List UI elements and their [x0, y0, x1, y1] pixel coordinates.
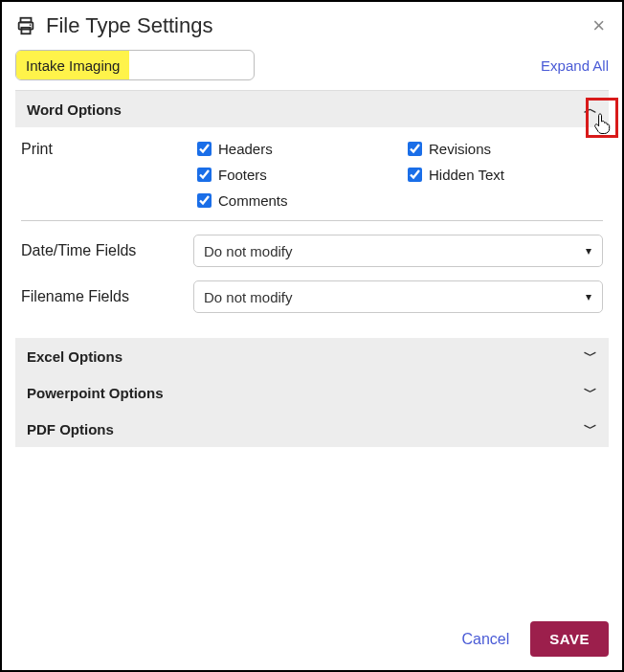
- checkbox-label: Headers: [218, 141, 273, 157]
- chevron-down-icon: ﹀: [584, 420, 597, 437]
- checkbox-headers[interactable]: Headers: [193, 139, 394, 159]
- section-title: Excel Options: [27, 348, 123, 365]
- accordion: Word Options ︿ Print Headers Revisions: [15, 90, 609, 447]
- chevron-down-icon: ﹀: [584, 347, 597, 365]
- checkbox-comments-input[interactable]: [197, 193, 212, 208]
- expand-all-link[interactable]: Expand All: [541, 57, 609, 74]
- checkbox-hidden-text-input[interactable]: [408, 168, 422, 182]
- checkbox-label: Footers: [218, 167, 267, 183]
- date-time-fields-row: Date/Time Fields Do not modify: [21, 235, 603, 267]
- filename-fields-row: Filename Fields Do not modify: [21, 280, 603, 313]
- section-word-options[interactable]: Word Options ︿: [15, 91, 609, 127]
- dialog-footer: Cancel SAVE: [15, 621, 609, 657]
- checkbox-headers-input[interactable]: [197, 142, 212, 156]
- date-time-select-wrap: Do not modify: [193, 235, 603, 267]
- section-excel-options[interactable]: Excel Options ﹀: [15, 338, 609, 374]
- dialog-title: File Type Settings: [46, 13, 212, 38]
- svg-point-3: [30, 24, 32, 26]
- print-row: Print Headers Revisions Footers: [21, 139, 603, 211]
- chevron-up-icon: ︿: [584, 101, 597, 118]
- print-label: Print: [21, 139, 174, 158]
- section-pdf-options[interactable]: PDF Options ﹀: [15, 411, 609, 447]
- section-title: Word Options: [27, 101, 122, 118]
- word-options-panel: Print Headers Revisions Footers: [15, 127, 609, 338]
- section-title: PDF Options: [27, 421, 114, 437]
- checkbox-label: Hidden Text: [429, 167, 504, 183]
- context-input[interactable]: Intake Imaging: [15, 50, 255, 80]
- checkbox-footers[interactable]: Footers: [193, 165, 394, 185]
- print-checkbox-grid: Headers Revisions Footers Hidden Text: [193, 139, 504, 211]
- checkbox-hidden-text[interactable]: Hidden Text: [404, 165, 504, 185]
- file-type-settings-dialog: File Type Settings × Intake Imaging Expa…: [0, 0, 624, 672]
- section-powerpoint-options[interactable]: Powerpoint Options ﹀: [15, 374, 609, 411]
- save-button[interactable]: SAVE: [530, 621, 609, 657]
- checkbox-label: Revisions: [429, 141, 491, 157]
- filename-select[interactable]: Do not modify: [193, 280, 603, 313]
- checkbox-label: Comments: [218, 192, 288, 209]
- checkbox-revisions-input[interactable]: [408, 142, 422, 156]
- cancel-button[interactable]: Cancel: [456, 630, 515, 649]
- printer-icon: [15, 15, 36, 36]
- close-icon[interactable]: ×: [589, 15, 609, 36]
- context-row: Intake Imaging Expand All: [15, 50, 609, 80]
- filename-select-wrap: Do not modify: [193, 280, 603, 313]
- checkbox-comments[interactable]: Comments: [193, 190, 394, 211]
- date-time-select[interactable]: Do not modify: [193, 235, 603, 267]
- filename-label: Filename Fields: [21, 288, 174, 305]
- checkbox-revisions[interactable]: Revisions: [404, 139, 504, 159]
- dialog-header: File Type Settings ×: [15, 13, 609, 38]
- checkbox-footers-input[interactable]: [197, 168, 212, 182]
- date-time-label: Date/Time Fields: [21, 242, 174, 259]
- context-label: Intake Imaging: [16, 51, 129, 79]
- section-title: Powerpoint Options: [27, 385, 164, 401]
- divider: [21, 220, 603, 221]
- chevron-down-icon: ﹀: [584, 384, 597, 401]
